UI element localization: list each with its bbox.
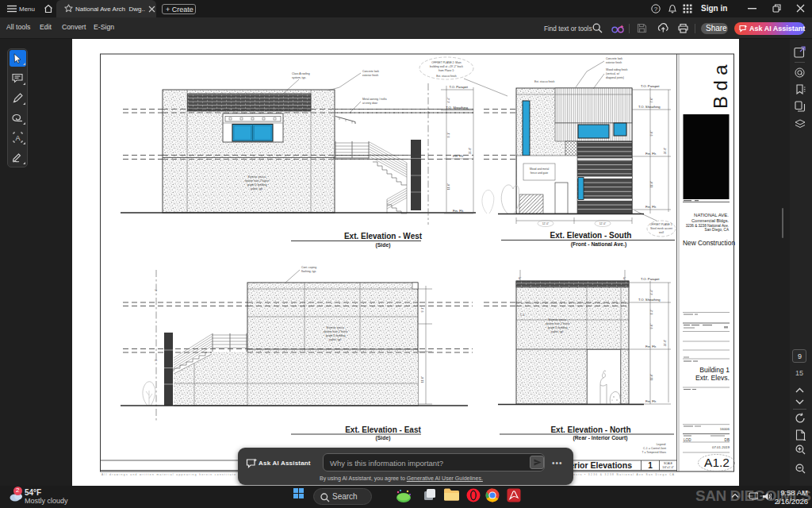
svg-text:Commercial Bldgs.: Commercial Bldgs.	[691, 218, 729, 223]
svg-text:11'-0": 11'-0"	[650, 180, 653, 187]
svg-text:Exterior stucco: Exterior stucco	[549, 318, 567, 321]
svg-text:Extr. Elevs.: Extr. Elevs.	[695, 374, 730, 382]
svg-text:9'-0": 9'-0"	[650, 323, 653, 329]
svg-text:Building 1: Building 1	[699, 366, 730, 374]
svg-text:12'-0": 12'-0"	[542, 222, 550, 225]
svg-text:Concrete look: Concrete look	[362, 70, 379, 73]
svg-text:exterior finish: exterior finish	[606, 61, 622, 64]
svg-text:Fin. Flr.: Fin. Flr.	[645, 344, 657, 348]
svg-text:T.O. Parapet: T.O. Parapet	[641, 84, 660, 88]
svg-text:grade D building: grade D building	[548, 326, 568, 329]
svg-text:flashing, typ.: flashing, typ.	[301, 270, 316, 273]
svg-text:Fin. Flr.: Fin. Flr.	[453, 154, 464, 158]
svg-text:system over 2 levels: system over 2 levels	[546, 322, 570, 325]
svg-text:(Side): (Side)	[376, 242, 391, 248]
svg-text:T.O. Sheathing: T.O. Sheathing	[446, 106, 468, 110]
svg-text:system over 2 levels: system over 2 levels	[324, 330, 348, 333]
svg-text:Bda: Bda	[710, 60, 731, 109]
svg-text:Ext. stucco finish: Ext. stucco finish	[436, 75, 457, 78]
svg-text:Steel mesh accent: Steel mesh accent	[650, 227, 672, 230]
svg-text:fence and gate: fence and gate	[530, 171, 549, 175]
svg-text:Metal awning / trellis: Metal awning / trellis	[362, 98, 387, 101]
svg-text:(Rear - Interior Court): (Rear - Interior Court)	[573, 435, 627, 441]
svg-text:?: ?	[654, 6, 658, 13]
svg-text:Fin. Flr.: Fin. Flr.	[645, 152, 657, 156]
svg-text:1: 1	[648, 461, 653, 470]
svg-text:11'-0": 11'-0"	[447, 183, 450, 190]
svg-text:Fin. Flr.: Fin. Flr.	[645, 399, 657, 403]
svg-text:C.J.: C.J.	[520, 314, 525, 317]
svg-text:9'-1": 9'-1"	[421, 306, 424, 313]
svg-text:T.O. Sheathing: T.O. Sheathing	[638, 298, 661, 302]
svg-text:1/4"=1'-0": 1/4"=1'-0"	[662, 466, 674, 469]
svg-text:35'-8": 35'-8"	[469, 147, 472, 154]
svg-text:9'-1": 9'-1"	[447, 132, 450, 138]
svg-text:9': 9'	[155, 359, 158, 361]
svg-text:T.O. Parapet: T.O. Parapet	[449, 85, 468, 89]
svg-text:(vertical, w/: (vertical, w/	[606, 72, 619, 75]
svg-text:7'-0": 7'-0"	[650, 97, 653, 103]
svg-text:T = Tempered Glass: T = Tempered Glass	[642, 451, 667, 454]
svg-text:A: A	[15, 134, 20, 142]
svg-text:4'-4": 4'-4"	[447, 97, 450, 103]
svg-text:Concrete look: Concrete look	[606, 57, 622, 60]
svg-text:New Construction: New Construction	[683, 239, 735, 247]
svg-text:LOD: LOD	[684, 438, 691, 442]
svg-text:wall: wall	[659, 231, 664, 234]
svg-text:Ext. Elevation - North: Ext. Elevation - North	[550, 425, 630, 434]
svg-text:36'-8": 36'-8"	[664, 147, 667, 154]
svg-text:Exterior stucco: Exterior stucco	[248, 175, 266, 179]
svg-text:Fin. Flr.: Fin. Flr.	[453, 209, 464, 213]
svg-text:Exterior stucco: Exterior stucco	[327, 326, 345, 329]
svg-text:OFFSET PLANE 2: Main: OFFSET PLANE 2: Main	[431, 61, 462, 64]
svg-text:11'-0": 11'-0"	[650, 373, 653, 380]
svg-text:exterior finish: exterior finish	[362, 74, 378, 77]
svg-text:grade D building: grade D building	[326, 334, 346, 337]
svg-text:A1.2: A1.2	[704, 456, 730, 469]
svg-text:T.O. Parapet: T.O. Parapet	[641, 277, 660, 281]
svg-text:(Side): (Side)	[376, 435, 391, 441]
svg-text:Wood and metal: Wood and metal	[530, 167, 550, 171]
svg-text:grade D building: grade D building	[247, 183, 267, 187]
svg-text:07.01.2019: 07.01.2019	[712, 445, 730, 449]
svg-text:DB: DB	[725, 438, 730, 442]
svg-text:from Plane 1:: from Plane 1:	[439, 69, 454, 72]
svg-text:paper, typ.: paper, typ.	[251, 187, 263, 190]
svg-text:paper, typ.: paper, typ.	[551, 330, 564, 333]
svg-text:Fin. Flr.: Fin. Flr.	[645, 205, 657, 209]
svg-text:diagonal joints): diagonal joints)	[606, 76, 624, 79]
svg-text:Cont. coping: Cont. coping	[301, 266, 316, 269]
svg-text:16006: 16006	[720, 427, 730, 431]
svg-text:Wood siding finish: Wood siding finish	[606, 68, 628, 71]
svg-text:36'-8": 36'-8"	[664, 339, 667, 346]
svg-text:4': 4'	[155, 289, 158, 291]
svg-text:T.O. Sheathing: T.O. Sheathing	[638, 105, 661, 109]
svg-text:Legend:: Legend:	[657, 443, 666, 446]
svg-text:NATIONAL AVE.: NATIONAL AVE.	[694, 213, 729, 217]
svg-text:11'-0": 11'-0"	[421, 375, 424, 383]
svg-text:system over 2 layers: system over 2 layers	[244, 179, 269, 183]
svg-text:OFFSET PLANE 1:: OFFSET PLANE 1:	[649, 223, 672, 226]
svg-text:building wall at +19'-2" back: building wall at +19'-2" back	[430, 65, 463, 68]
svg-text:Ext. Elevation - South: Ext. Elevation - South	[550, 231, 632, 240]
svg-text:9'-0": 9'-0"	[650, 130, 653, 137]
svg-text:Ext. Elevation - East: Ext. Elevation - East	[345, 425, 421, 434]
svg-text:SCALE: SCALE	[664, 462, 673, 465]
svg-text:12'-0": 12'-0"	[599, 222, 607, 225]
svg-text:1'-2": 1'-2"	[650, 309, 653, 315]
svg-text:San Diego, CA: San Diego, CA	[705, 228, 730, 232]
svg-text:Class A roofing: Class A roofing	[292, 72, 310, 75]
svg-text:(Front - National Ave.): (Front - National Ave.)	[571, 241, 626, 248]
svg-text:at entry door: at entry door	[362, 102, 378, 105]
svg-text:system, typ.: system, typ.	[292, 76, 306, 79]
svg-text:4'-4": 4'-4"	[650, 289, 653, 295]
svg-text:Ext. stucco finish: Ext. stucco finish	[534, 80, 555, 83]
svg-text:paper, typ.: paper, typ.	[329, 338, 342, 341]
svg-text:C.J. = Control Joint: C.J. = Control Joint	[643, 447, 666, 450]
svg-text:Ext. Elevation - West: Ext. Elevation - West	[344, 232, 423, 241]
